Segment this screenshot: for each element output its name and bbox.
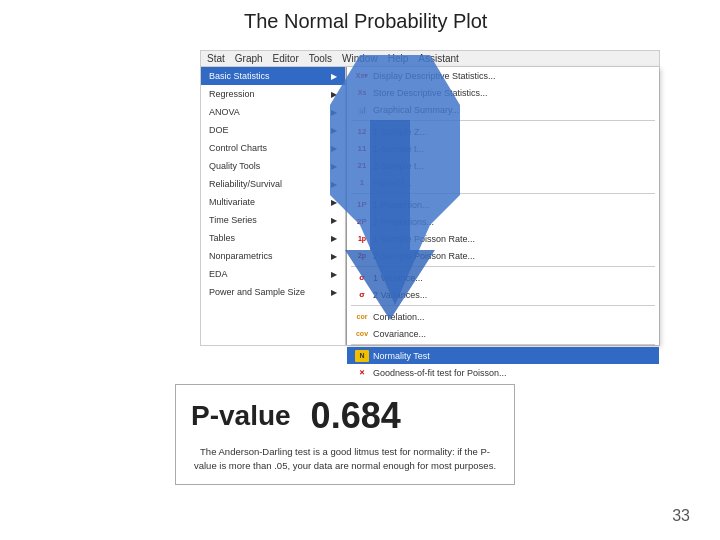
2t-icon: 21 — [355, 160, 369, 172]
menu-basic-statistics[interactable]: Basic Statistics ▶ — [201, 67, 345, 85]
submenu-store-desc[interactable]: Xs Store Descriptive Statistics... — [347, 84, 659, 101]
1var-icon: σ — [355, 272, 369, 284]
left-panel: Basic Statistics ▶ Regression ▶ ANOVA ▶ … — [201, 67, 346, 345]
screenshot-area: Stat Graph Editor Tools Window Help Assi… — [200, 50, 660, 360]
1t-icon: 11 — [355, 143, 369, 155]
menu-bar: Stat Graph Editor Tools Window Help Assi… — [200, 50, 660, 66]
submenu-correlation[interactable]: cor Correlation... — [347, 308, 659, 325]
arrow-icon: ▶ — [331, 126, 337, 135]
arrow-icon: ▶ — [331, 162, 337, 171]
arrow-icon: ▶ — [331, 234, 337, 243]
submenu-normality[interactable]: N Normality Test — [347, 347, 659, 364]
menu-time-series[interactable]: Time Series ▶ — [201, 211, 345, 229]
menu-anova[interactable]: ANOVA ▶ — [201, 103, 345, 121]
submenu-paired[interactable]: 1 Paired t... — [347, 174, 659, 191]
arrow-icon: ▶ — [331, 270, 337, 279]
divider5 — [351, 344, 655, 345]
2poisson-icon: 2p — [355, 250, 369, 262]
arrow-icon: ▶ — [331, 180, 337, 189]
divider1 — [351, 120, 655, 121]
page-title: The Normal Probability Plot — [244, 10, 487, 33]
display-desc-icon: Xs▾ — [355, 70, 369, 82]
arrow-icon: ▶ — [331, 288, 337, 297]
pvalue-number: 0.684 — [311, 395, 401, 437]
menu-power-sample[interactable]: Power and Sample Size ▶ — [201, 283, 345, 301]
menu-reliability[interactable]: Reliability/Survival ▶ — [201, 175, 345, 193]
divider4 — [351, 305, 655, 306]
1prop-icon: 1P — [355, 199, 369, 211]
divider2 — [351, 193, 655, 194]
2var-icon: σ — [355, 289, 369, 301]
submenu-goodness[interactable]: ✕ Goodness-of-fit test for Poisson... — [347, 364, 659, 381]
submenu-1t[interactable]: 11 1-Sample t... — [347, 140, 659, 157]
pvalue-row: P-value 0.684 — [191, 395, 499, 437]
1poisson-icon: 1p — [355, 233, 369, 245]
menu-regression[interactable]: Regression ▶ — [201, 85, 345, 103]
covariance-icon: cov — [355, 328, 369, 340]
submenu-1prop[interactable]: 1P 1 Proportion... — [347, 196, 659, 213]
menu-control-charts[interactable]: Control Charts ▶ — [201, 139, 345, 157]
page-number: 33 — [672, 507, 690, 525]
arrow-icon: ▶ — [331, 216, 337, 225]
arrow-icon: ▶ — [331, 144, 337, 153]
menu-quality-tools[interactable]: Quality Tools ▶ — [201, 157, 345, 175]
submenu-1var[interactable]: σ 1 Variance... — [347, 269, 659, 286]
2prop-icon: 2P — [355, 216, 369, 228]
pvalue-description: The Anderson-Darling test is a good litm… — [191, 445, 499, 472]
right-panel: Xs▾ Display Descriptive Statistics... Xs… — [346, 67, 659, 345]
divider3 — [351, 266, 655, 267]
menu-tools[interactable]: Tools — [309, 53, 332, 64]
menu-multivariate[interactable]: Multivariate ▶ — [201, 193, 345, 211]
correlation-icon: cor — [355, 311, 369, 323]
submenu-2t[interactable]: 21 2-Sample t... — [347, 157, 659, 174]
graphical-icon: 📊 — [355, 104, 369, 116]
arrow-icon: ▶ — [331, 252, 337, 261]
arrow-icon: ▶ — [331, 90, 337, 99]
menu-doe[interactable]: DOE ▶ — [201, 121, 345, 139]
menu-stat[interactable]: Stat — [207, 53, 225, 64]
submenu-display-desc[interactable]: Xs▾ Display Descriptive Statistics... — [347, 67, 659, 84]
submenu-2var[interactable]: σ 2 Variances... — [347, 286, 659, 303]
submenu-1z[interactable]: 12 1-Sample Z... — [347, 123, 659, 140]
menu-eda[interactable]: EDA ▶ — [201, 265, 345, 283]
submenu-1poisson[interactable]: 1p 1-Sample Poisson Rate... — [347, 230, 659, 247]
arrow-icon: ▶ — [331, 72, 337, 81]
menu-help[interactable]: Help — [388, 53, 409, 64]
paired-icon: 1 — [355, 177, 369, 189]
menu-nonparametrics[interactable]: Nonparametrics ▶ — [201, 247, 345, 265]
menu-graph[interactable]: Graph — [235, 53, 263, 64]
normality-icon: N — [355, 350, 369, 362]
menu-window[interactable]: Window — [342, 53, 378, 64]
menu-tables[interactable]: Tables ▶ — [201, 229, 345, 247]
submenu-covariance[interactable]: cov Covariance... — [347, 325, 659, 342]
store-desc-icon: Xs — [355, 87, 369, 99]
submenu-2poisson[interactable]: 2p 2-Sample Poisson Rate... — [347, 247, 659, 264]
arrow-icon: ▶ — [331, 108, 337, 117]
submenu-graphical[interactable]: 📊 Graphical Summary... — [347, 101, 659, 118]
menu-assistant[interactable]: Assistant — [418, 53, 459, 64]
submenu-2prop[interactable]: 2P 2 Proportions... — [347, 213, 659, 230]
dropdown-area: Basic Statistics ▶ Regression ▶ ANOVA ▶ … — [200, 66, 660, 346]
1z-icon: 12 — [355, 126, 369, 138]
arrow-icon: ▶ — [331, 198, 337, 207]
goodness-icon: ✕ — [355, 367, 369, 379]
menu-editor[interactable]: Editor — [273, 53, 299, 64]
pvalue-label: P-value — [191, 400, 291, 432]
pvalue-box: P-value 0.684 The Anderson-Darling test … — [175, 384, 515, 485]
